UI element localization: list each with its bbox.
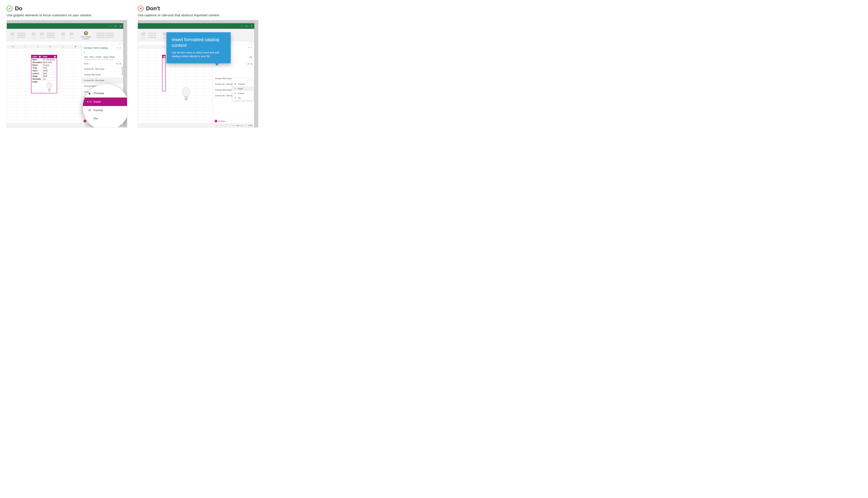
list-view-icon[interactable]: ≣ <box>247 63 249 65</box>
list-item[interactable]: Contoso 60 - 65w Equal <box>82 78 123 83</box>
menu-pin[interactable]: Pin <box>83 115 127 123</box>
ribbon: 💡 Parts Catalog Contoso <box>7 29 123 41</box>
window-titlebar: ─ ☐ ✕ <box>138 23 254 29</box>
scrollbar[interactable] <box>122 66 123 76</box>
expand-icon[interactable]: ⌄ <box>250 42 253 44</box>
pane-dropdown-icon[interactable]: ▾ <box>248 47 250 49</box>
svg-point-3 <box>182 87 190 97</box>
zoom-level[interactable]: 100% <box>248 124 252 127</box>
svg-rect-5 <box>185 99 187 100</box>
menu-format[interactable]: ⚙Format <box>232 91 253 96</box>
dont-subtitle: Use captions or call-outs that obstruct … <box>138 13 258 17</box>
svg-rect-2 <box>49 91 50 91</box>
callout-tooltip: Insert formatted catalog content Use lis… <box>167 32 231 63</box>
list-item[interactable]: Contoso 60 - 65w Equal <box>82 66 123 72</box>
view-normal-icon[interactable] <box>85 124 88 127</box>
sort-label[interactable]: Name <box>84 63 89 65</box>
results-list: Contoso 85w Equal Contoso 60 - 65w Equal… <box>213 66 254 118</box>
menu-pin[interactable]: ⚲Pin <box>232 96 253 100</box>
formula-bar[interactable]: ⌄ <box>7 41 123 45</box>
svg-point-0 <box>47 82 52 89</box>
view-normal-icon[interactable] <box>216 124 219 127</box>
menu-format[interactable]: ⚙ Format <box>83 106 127 115</box>
svg-rect-1 <box>48 89 50 91</box>
zoom-slider[interactable] <box>232 125 244 126</box>
sliders-icon: ⚙ <box>88 108 91 112</box>
maximize-icon[interactable]: ☐ <box>245 25 248 27</box>
pane-close-icon[interactable]: ✕ <box>120 47 121 49</box>
filter-arrow-icon[interactable]: ▾ <box>39 56 41 57</box>
ribbon-button[interactable] <box>148 31 156 39</box>
maximize-icon[interactable]: ☐ <box>114 25 116 27</box>
callout-heading: Insert formatted catalog content <box>172 37 225 48</box>
ribbon-addin-label-1: Parts Catalog <box>81 36 91 38</box>
callout-body: Use list item menu to select insert and … <box>172 51 225 58</box>
minimize-icon[interactable]: ─ <box>241 25 242 27</box>
bulb-image <box>46 82 53 92</box>
ribbon-button[interactable] <box>68 31 76 39</box>
view-break-icon[interactable] <box>225 124 227 127</box>
pane-dropdown-icon[interactable]: ▾ <box>117 47 119 49</box>
sort-arrow-icon[interactable]: ↓ <box>89 63 90 65</box>
lightbulb-icon: 💡 <box>84 31 88 35</box>
results-count: 16 results in LED - R30 - 60-65 Watt Equ… <box>82 58 123 62</box>
ribbon-button[interactable] <box>30 31 37 39</box>
grid-view-icon[interactable]: ⊞ <box>250 63 252 65</box>
eye-icon: ◉ <box>88 91 91 95</box>
ribbon-button[interactable] <box>60 31 67 39</box>
eye-icon: ◉ <box>234 83 237 85</box>
ribbon-addin-label-2: Contoso <box>83 38 89 40</box>
brand-badge-icon: C <box>215 120 217 122</box>
do-subtitle: Use graphic elements to focus customers … <box>7 13 127 17</box>
insert-icon: ⇤≣ <box>88 100 91 104</box>
status-bar: − + 100% <box>138 123 254 127</box>
spreadsheet-grid[interactable]: HIJKLM Lable▾ Value▾ Name60 - 65w Equal … <box>7 45 81 123</box>
zoom-in-icon[interactable]: + <box>245 124 247 127</box>
pin-icon: ⚲ <box>234 97 237 99</box>
do-badge-icon: ✓ <box>7 5 13 11</box>
ribbon-button[interactable] <box>96 32 105 38</box>
dont-badge-icon: ✕ <box>138 5 144 11</box>
brand-label: Contoso <box>218 120 225 122</box>
expand-icon[interactable]: ⌄ <box>119 42 122 44</box>
menu-insert[interactable]: ⇤Insert <box>232 86 253 91</box>
list-item[interactable]: Contoso 85w Equal <box>82 72 123 78</box>
filter-arrow-icon[interactable]: ▾ <box>54 56 56 57</box>
ribbon-button[interactable] <box>38 31 46 39</box>
minimize-icon[interactable]: ─ <box>110 25 111 27</box>
ribbon-button[interactable] <box>9 31 16 39</box>
more-icon[interactable]: • • • <box>232 78 253 81</box>
zoom-out-icon[interactable]: − <box>229 124 230 127</box>
view-layout-icon[interactable] <box>220 124 223 127</box>
list-view-icon[interactable]: ≣ <box>116 63 118 65</box>
grid-view-icon[interactable]: ⊞ <box>119 63 121 65</box>
ribbon-button[interactable] <box>17 31 25 39</box>
pane-close-icon[interactable]: ✕ <box>251 47 252 49</box>
window-titlebar: ─ ☐ ✕ <box>7 23 123 29</box>
task-pane-footer: C Contoso <box>213 118 254 123</box>
task-pane-title: Contoso Parts Catalog <box>83 47 108 49</box>
close-icon[interactable]: ✕ <box>120 25 121 27</box>
ribbon-button[interactable] <box>47 31 55 39</box>
context-menu: • • • ◉Preview ⇤Insert ⚙Format ⚲Pin <box>232 78 253 100</box>
sliders-icon: ⚙ <box>234 92 237 94</box>
insert-icon: ⇤ <box>234 88 237 90</box>
ribbon-button[interactable] <box>140 31 147 39</box>
ribbon-addin-button[interactable]: 💡 Parts Catalog Contoso <box>80 31 92 40</box>
do-title: Do <box>15 5 22 12</box>
ribbon-button[interactable] <box>105 32 114 38</box>
spreadsheet-data-table[interactable]: Lable▾ Value▾ Name60 - 65w Equal Descrip… <box>31 55 57 93</box>
do-frame: ─ ☐ ✕ 💡 Parts Catalog Contoso <box>7 20 127 128</box>
svg-rect-4 <box>185 96 187 99</box>
close-icon[interactable]: ✕ <box>251 25 252 27</box>
dont-title: Don't <box>146 5 160 12</box>
menu-insert[interactable]: ⇤≣ Insert <box>83 97 127 106</box>
filter-arrow-icon[interactable]: ▾ <box>164 56 165 57</box>
menu-preview[interactable]: ◉Preview <box>232 81 253 86</box>
breadcrumb: LED - R30 - 2700K - Warm White <box>82 55 123 58</box>
brand-badge-icon: C <box>83 120 86 122</box>
dont-frame: ─ ☐ ✕ ⌄ <box>138 20 258 128</box>
hamburger-icon[interactable]: ≡ <box>82 50 123 55</box>
column-headers: HIJKLM <box>7 45 81 48</box>
bulb-image <box>181 87 191 101</box>
